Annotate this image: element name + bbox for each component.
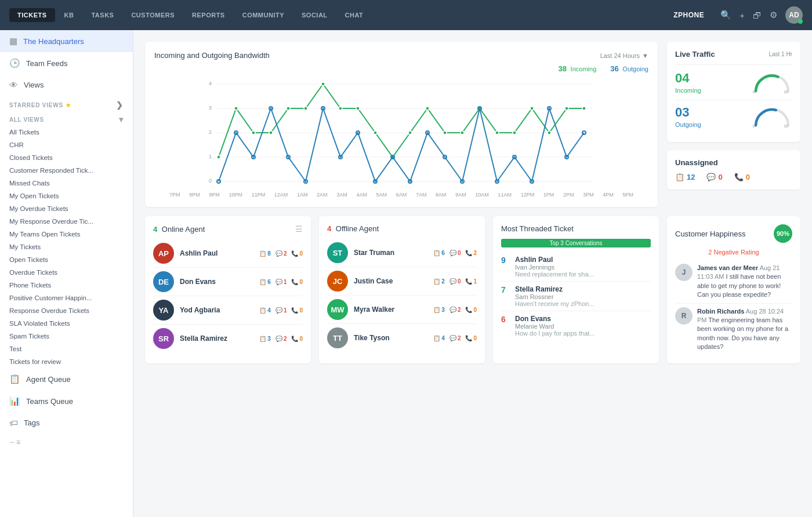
- bandwidth-chart-card: Incoming and Outgoing Bandwidth Last 24 …: [145, 42, 658, 207]
- view-my-teams-open[interactable]: My Teams Open Tickets: [0, 228, 133, 241]
- most-threaded-card: Most Threaded Ticket Top 3 Conversations…: [493, 216, 659, 363]
- search-icon[interactable]: 🔍: [720, 10, 731, 20]
- svg-point-22: [426, 107, 429, 110]
- svg-point-12: [252, 131, 255, 134]
- view-test[interactable]: Test: [0, 343, 133, 355]
- menu-icon[interactable]: ☰: [295, 224, 303, 234]
- svg-point-27: [513, 131, 516, 134]
- feedback-text-james: James van der Meer Aug 21 11:03 AM I sti…: [697, 264, 792, 300]
- settings-icon[interactable]: ⚙: [770, 10, 777, 20]
- online-status-dot: [798, 19, 803, 24]
- user-avatar[interactable]: AD: [785, 6, 803, 24]
- agent-avatar-ashlin: AP: [153, 243, 174, 264]
- incoming-stat: 38 Incoming: [559, 64, 597, 73]
- outgoing-label: Outgoing: [675, 121, 701, 128]
- chart-title: Incoming and Outgoing Bandwidth: [154, 51, 270, 60]
- live-traffic-title: Live Traffic: [675, 50, 715, 59]
- phone-icon: 📞: [291, 336, 298, 342]
- agent-avatar-stella: SR: [153, 328, 174, 349]
- nav-tab-reports[interactable]: REPORTS: [184, 8, 233, 22]
- chat-icon: 💬: [276, 307, 282, 314]
- view-response-overdue[interactable]: Response Overdue Tickets: [0, 304, 133, 317]
- view-my-tickets[interactable]: My Tickets: [0, 241, 133, 253]
- agent-stats-justin: 📋2 💬0 📞1: [433, 278, 477, 285]
- agent-name-tike: Tike Tyson: [354, 334, 427, 342]
- threaded-item-1: 9 Ashlin Paul Ivan Jennings Need replace…: [501, 252, 651, 282]
- incoming-label: Incoming: [675, 87, 701, 94]
- view-tickets-review[interactable]: Tickets for review: [0, 355, 133, 368]
- chart-section: Incoming and Outgoing Bandwidth Last 24 …: [145, 42, 800, 207]
- add-icon[interactable]: +: [740, 10, 745, 20]
- offline-agents-card: 4 Offline Agent ST Star Truman 📋6 💬0 📞2: [319, 216, 485, 363]
- agent-row-star: ST Star Truman 📋6 💬0 📞2: [327, 239, 477, 267]
- chat-icon: 💬: [276, 250, 282, 257]
- agent-row-justin: JC Justin Case 📋2 💬0 📞1: [327, 267, 477, 296]
- sidebar-item-views[interactable]: 👁 Views: [0, 74, 133, 96]
- outgoing-gauge-row: 03 Outgoing 10 0: [675, 105, 792, 128]
- view-sla-violated[interactable]: SLA Violated Tickets: [0, 317, 133, 330]
- view-my-open-tickets[interactable]: My Open Tickets: [0, 190, 133, 202]
- nav-tab-kb[interactable]: KB: [56, 8, 82, 22]
- teams-queue-icon: 📊: [9, 396, 20, 406]
- view-my-overdue-tickets[interactable]: My Overdue Tickets: [0, 202, 133, 215]
- nav-tab-tickets[interactable]: TICKETS: [9, 8, 55, 22]
- nav-tab-customers[interactable]: CUSTOMERS: [123, 8, 183, 22]
- view-open-tickets[interactable]: Open Tickets: [0, 253, 133, 266]
- view-phone-tickets[interactable]: Phone Tickets: [0, 279, 133, 292]
- sidebar-collapse-button[interactable]: ←≡: [0, 434, 133, 451]
- thread-preview-3: How do I pay for apps that...: [515, 330, 605, 337]
- view-positive-happiness[interactable]: Positive Customer Happin...: [0, 292, 133, 304]
- main-content: Incoming and Outgoing Bandwidth Last 24 …: [133, 30, 812, 517]
- unassigned-tickets: 📋 12: [675, 173, 695, 181]
- nav-tab-social[interactable]: SOCIAL: [293, 8, 336, 22]
- offline-count: 4: [327, 224, 331, 233]
- feedback-list: J James van der Meer Aug 21 11:03 AM I s…: [675, 260, 792, 355]
- unassigned-stats: 📋 12 💬 0 📞 0: [675, 173, 792, 181]
- sidebar: ▦ The Headquarters 🕒 Team Feeds 👁 Views …: [0, 30, 133, 517]
- view-closed-tickets[interactable]: Closed Tickets: [0, 151, 133, 164]
- online-count: 4: [153, 225, 157, 234]
- zphone-selector[interactable]: zPhone: [665, 8, 712, 23]
- view-spam-tickets[interactable]: Spam Tickets: [0, 330, 133, 343]
- threaded-list: 9 Ashlin Paul Ivan Jennings Need replace…: [501, 252, 651, 340]
- bottom-section: 4 Online Agent ☰ AP Ashlin Paul 📋8 💬2 📞0: [145, 216, 800, 363]
- sidebar-item-agent-queue[interactable]: 📋 Agent Queue: [0, 368, 133, 390]
- collapse-icon[interactable]: ▾: [119, 115, 124, 124]
- ticket-icon: 📋: [433, 335, 440, 341]
- svg-text:10: 10: [784, 90, 788, 94]
- agent-name-justin: Justin Case: [354, 277, 427, 285]
- view-all-tickets[interactable]: All Tickets: [0, 126, 133, 139]
- time-selector[interactable]: Last 24 Hours ▼: [600, 52, 648, 59]
- view-chr[interactable]: CHR: [0, 139, 133, 151]
- view-my-response-overdue[interactable]: My Response Overdue Tic...: [0, 215, 133, 228]
- external-icon[interactable]: 🗗: [753, 10, 762, 20]
- team-feeds-icon: 🕒: [9, 58, 20, 68]
- nav-tab-chat[interactable]: CHAT: [337, 8, 372, 22]
- phone-icon: 📞: [734, 173, 744, 181]
- feedback-item-james: J James van der Meer Aug 21 11:03 AM I s…: [675, 260, 792, 304]
- sidebar-item-tags[interactable]: 🏷 Tags: [0, 412, 133, 434]
- outgoing-stat: 36 Outgoing: [610, 64, 648, 73]
- view-customer-responded[interactable]: Customer Responded Tick...: [0, 164, 133, 177]
- chart-stats: 38 Incoming 36 Outgoing: [154, 64, 648, 73]
- agent-avatar-don: DE: [153, 271, 174, 292]
- nav-tab-community[interactable]: COMMUNITY: [234, 8, 292, 22]
- chart-header: Incoming and Outgoing Bandwidth Last 24 …: [154, 51, 648, 60]
- thread-count-2: 7: [501, 285, 510, 307]
- sidebar-item-teams-queue[interactable]: 📊 Teams Queue: [0, 390, 133, 412]
- view-overdue-tickets[interactable]: Overdue Tickets: [0, 266, 133, 279]
- sidebar-item-team-feeds[interactable]: 🕒 Team Feeds: [0, 52, 133, 74]
- expand-icon[interactable]: ❯: [116, 100, 124, 110]
- thread-preview-1: Need replacement for sha...: [515, 271, 605, 278]
- svg-point-11: [234, 107, 238, 110]
- svg-point-14: [287, 107, 290, 110]
- agent-avatar-justin: JC: [327, 271, 348, 292]
- view-missed-chats[interactable]: Missed Chats: [0, 177, 133, 190]
- nav-tab-tasks[interactable]: TASKS: [83, 8, 122, 22]
- thread-count-1: 9: [501, 256, 510, 278]
- sidebar-item-headquarters[interactable]: ▦ The Headquarters: [0, 30, 133, 52]
- ticket-icon: 📋: [433, 307, 440, 313]
- svg-point-17: [339, 107, 342, 110]
- phone-icon: 📞: [465, 278, 472, 285]
- svg-point-30: [565, 107, 568, 110]
